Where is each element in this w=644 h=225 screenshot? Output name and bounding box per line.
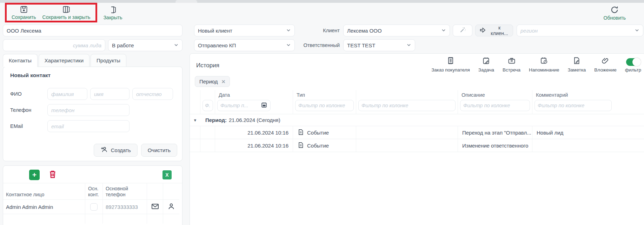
group-value: 21.06.2024 (Сегодня) [229,117,280,123]
save-label: Сохранить [12,14,36,20]
row-type: Событие [307,130,329,136]
flag-filter-input[interactable] [205,103,211,108]
empty-row-cell [85,214,103,224]
row-description: Переход на этап "Отправл... [462,130,531,136]
contacts-table: Контактное лицо Осн. конт. Основной теле… [3,183,182,224]
row-type: Событие [307,143,329,149]
row-unnamed-cell [356,139,458,152]
row-expander-cell [190,139,200,152]
highlight-red-frame: Сохранить Сохранить и закрыть [5,3,97,22]
lead-name-input[interactable] [3,25,182,36]
client-select[interactable]: Лексема ООО [343,25,450,36]
history-row[interactable]: 21.06.2024 10:16 Событие Изменение ответ… [190,139,644,152]
contact-person-cell[interactable]: Admin Admin Admin [3,199,85,214]
arrow-right-icon [479,27,486,35]
chevron-down-icon [441,28,446,34]
action-reminder[interactable]: Напоминание [529,56,559,73]
main-contact-checkbox[interactable] [90,203,98,211]
col-description-header: Описание [458,90,532,98]
email-input[interactable] [48,121,129,132]
chevron-down-icon [286,42,291,48]
date-filter-input[interactable] [220,103,261,108]
contact-person-icon-cell [163,199,179,214]
refresh-label: Обновить [604,15,626,21]
history-panel: История Заказ покупателя Задача Встреча … [190,53,644,225]
action-note[interactable]: Заметка [567,56,586,73]
contact-phone-cell: 89273333333 [103,199,147,214]
col-expander-header [190,90,200,98]
lastname-input[interactable] [48,88,87,100]
fio-label: ФИО [10,91,47,97]
lead-sum-input[interactable] [3,40,105,51]
row-comment-cell [532,139,644,152]
person-icon[interactable] [167,202,175,212]
task-calendar-icon [482,56,490,66]
col-type-header: Тип [293,90,356,98]
client-value: Лексема ООО [347,28,382,34]
tab-characteristics[interactable]: Характеристики [39,54,89,67]
save-and-close-button[interactable]: Сохранить и закрыть [40,5,93,21]
middlename-input[interactable] [133,88,173,100]
row-description-cell: Изменение ответственного [458,139,532,152]
action-attachment[interactable]: Вложение [594,56,616,73]
row-comment-cell: Новый лид [532,126,644,139]
action-meeting[interactable]: Встреча [503,56,520,73]
filter-toggle[interactable] [626,58,640,66]
tab-contacts-label: Контакты [9,57,32,63]
filter-flag-cell [200,98,215,114]
type-filter-input[interactable] [298,103,351,108]
col-actions-header [163,183,179,199]
period-group-row[interactable]: ▼ Период: 21.06.2024 (Сегодня) [190,114,644,126]
period-filter-chip[interactable]: Период ✕ [195,76,230,87]
tab-products-label: Продукты [97,57,120,63]
row-date: 21.06.2024 10:16 [247,130,288,136]
delete-contact-button[interactable] [48,169,57,180]
save-and-close-label: Сохранить и закрыть [42,14,91,20]
action-customer-order[interactable]: Заказ покупателя [431,56,470,73]
magic-wand-button[interactable] [453,25,472,36]
row-type-cell: Событие [293,126,356,139]
plus-icon: + [32,171,36,179]
history-actions: Заказ покупателя Задача Встреча Напомина… [431,56,641,73]
save-and-close-icon [62,5,71,14]
col-comment-header: Комментарий [532,90,644,98]
refresh-button[interactable]: Обновить [602,5,628,21]
chip-close-icon[interactable]: ✕ [221,79,226,84]
stage-select[interactable]: Отправлено КП [194,39,295,51]
col-main-phone-header: Основной телефон [103,183,147,199]
lead-status-select[interactable]: В работе [108,39,182,51]
to-client-label: к клиен... [490,25,509,36]
history-row[interactable]: 21.06.2024 10:16 Событие Переход на этап… [190,126,644,139]
export-excel-button[interactable]: X [162,170,172,179]
create-contact-button[interactable]: Создать [94,144,138,157]
to-client-button[interactable]: к клиен... [475,25,513,36]
clear-contact-button[interactable]: Очистить [141,144,177,157]
unnamed-filter-input[interactable] [361,103,452,108]
envelope-icon[interactable] [151,202,160,212]
close-button[interactable]: Закрыть [101,5,125,21]
close-icon [109,6,117,14]
contact-main-cell [85,199,103,214]
action-reminder-label: Напоминание [529,67,559,73]
comment-filter-input[interactable] [538,103,609,108]
region-select[interactable]: регион [517,25,643,36]
action-task[interactable]: Задача [478,56,494,73]
save-icon [20,5,28,14]
row-type-cell: Событие [293,139,356,152]
responsible-select[interactable]: TEST TEST [343,39,415,51]
contact-phone: 89273333333 [106,204,138,210]
filter-unnamed-cell [356,98,458,114]
clear-contact-label: Очистить [148,147,171,153]
calendar-icon[interactable] [261,102,267,110]
description-filter-input[interactable] [463,103,527,108]
tab-products[interactable]: Продукты [91,54,126,67]
collapse-triangle-icon[interactable]: ▼ [190,118,200,122]
close-label: Закрыть [104,15,122,20]
tab-contacts[interactable]: Контакты [3,54,38,67]
save-button[interactable]: Сохранить [9,5,38,21]
row-date-cell: 21.06.2024 10:16 [215,139,293,152]
client-type-select[interactable]: Новый клиент [194,25,295,36]
phone-input[interactable] [48,104,129,116]
firstname-input[interactable] [91,88,129,100]
add-contact-button[interactable]: + [29,170,40,180]
